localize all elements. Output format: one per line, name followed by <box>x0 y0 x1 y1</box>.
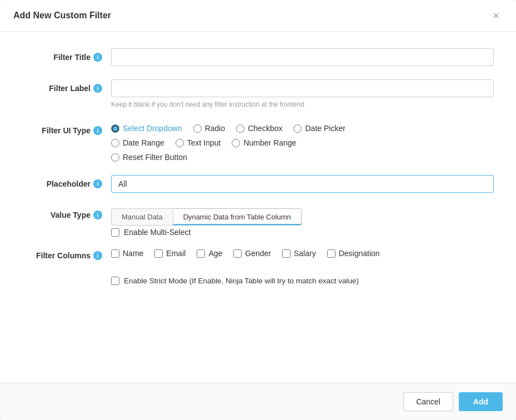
dialog-header: Add New Custom Filter × <box>0 0 516 32</box>
value-type-control: Manual Data Dynamic Data from Table Colu… <box>111 206 494 226</box>
column-salary-checkbox[interactable] <box>282 249 290 258</box>
multi-select-control: Enable Multi-Select <box>111 226 494 237</box>
filter-columns-row: Filter Columns i Name Email Age <box>22 247 494 260</box>
filter-columns-control: Name Email Age Gender <box>111 247 494 258</box>
dialog-footer: Cancel Add <box>0 383 516 420</box>
close-button[interactable]: × <box>489 9 503 22</box>
column-email[interactable]: Email <box>154 249 186 258</box>
column-gender[interactable]: Gender <box>233 249 271 258</box>
value-type-info-icon[interactable]: i <box>93 211 102 219</box>
placeholder-label: Placeholder i <box>22 175 111 188</box>
placeholder-info-icon[interactable]: i <box>93 179 102 188</box>
placeholder-input[interactable] <box>111 175 494 193</box>
radio-number-range[interactable]: Number Range <box>232 138 296 147</box>
strict-mode-option[interactable]: Enable Strict Mode (If Enable, Ninja Tab… <box>111 273 494 287</box>
column-gender-checkbox[interactable] <box>233 249 242 258</box>
radio-checkbox[interactable]: Checkbox <box>236 124 282 133</box>
radio-radio[interactable]: Radio <box>193 124 226 133</box>
radio-select-dropdown[interactable]: Select Dropdown <box>111 124 182 133</box>
filter-title-control <box>111 48 494 66</box>
filter-label-hint: Keep it blank if you don't need any filt… <box>111 101 494 108</box>
add-button[interactable]: Add <box>459 392 503 411</box>
column-designation[interactable]: Designation <box>327 249 380 258</box>
column-age-checkbox[interactable] <box>197 249 205 258</box>
value-type-btn-group: Manual Data Dynamic Data from Table Colu… <box>111 208 494 226</box>
multi-select-label: Enable Multi-Select <box>124 228 191 237</box>
radio-date-range[interactable]: Date Range <box>111 138 164 147</box>
filter-label-row: Filter Label i Keep it blank if you don'… <box>22 79 494 108</box>
cancel-button[interactable]: Cancel <box>403 392 453 411</box>
column-name[interactable]: Name <box>111 249 143 258</box>
filter-ui-type-row: Filter UI Type i Select Dropdown Radio <box>22 122 494 162</box>
value-type-manual-btn[interactable]: Manual Data <box>111 208 173 226</box>
radio-reset-filter-button[interactable]: Reset Filter Button <box>111 153 187 162</box>
column-email-checkbox[interactable] <box>154 249 163 258</box>
filter-title-row: Filter Title i <box>22 48 494 66</box>
value-type-dynamic-btn[interactable]: Dynamic Data from Table Column <box>173 208 302 226</box>
column-age[interactable]: Age <box>197 249 222 258</box>
filter-ui-type-row3: Reset Filter Button <box>111 153 494 162</box>
dialog-body: Filter Title i Filter Label i Keep it bl… <box>0 32 516 383</box>
filter-label-input[interactable] <box>111 79 494 97</box>
filter-ui-type-control: Select Dropdown Radio Checkbox Date Pick… <box>111 122 494 162</box>
filter-title-input[interactable] <box>111 48 494 66</box>
multi-select-checkbox[interactable] <box>111 228 119 237</box>
filter-ui-type-info-icon[interactable]: i <box>93 126 102 135</box>
filter-ui-type-row2: Date Range Text Input Number Range <box>111 138 494 147</box>
value-type-label: Value Type i <box>22 206 111 219</box>
filter-label-label: Filter Label i <box>22 79 111 93</box>
filter-label-control: Keep it blank if you don't need any filt… <box>111 79 494 108</box>
column-name-checkbox[interactable] <box>111 249 119 258</box>
placeholder-control <box>111 175 494 193</box>
strict-mode-control: Enable Strict Mode (If Enable, Ninja Tab… <box>111 273 494 287</box>
strict-mode-checkbox[interactable] <box>111 277 119 285</box>
filter-columns-info-icon[interactable]: i <box>93 251 102 260</box>
dialog-title: Add New Custom Filter <box>13 11 111 21</box>
strict-mode-row: Enable Strict Mode (If Enable, Ninja Tab… <box>22 273 494 287</box>
radio-date-picker[interactable]: Date Picker <box>293 124 345 133</box>
filter-ui-type-row1: Select Dropdown Radio Checkbox Date Pick… <box>111 124 494 133</box>
filter-ui-type-label: Filter UI Type i <box>22 122 111 135</box>
add-custom-filter-dialog: Add New Custom Filter × Filter Title i F… <box>0 0 516 420</box>
multi-select-option[interactable]: Enable Multi-Select <box>111 226 494 237</box>
column-designation-checkbox[interactable] <box>327 249 335 258</box>
filter-title-label: Filter Title i <box>22 48 111 62</box>
filter-label-info-icon[interactable]: i <box>93 84 102 93</box>
filter-title-info-icon[interactable]: i <box>93 53 102 62</box>
placeholder-row: Placeholder i <box>22 175 494 193</box>
column-salary[interactable]: Salary <box>282 249 316 258</box>
multi-select-row: Enable Multi-Select <box>22 226 494 237</box>
value-type-row: Value Type i Manual Data Dynamic Data fr… <box>22 206 494 226</box>
filter-columns-label: Filter Columns i <box>22 247 111 260</box>
filter-columns-wrap: Name Email Age Gender <box>111 247 494 258</box>
radio-text-input[interactable]: Text Input <box>176 138 221 147</box>
strict-mode-label: Enable Strict Mode (If Enable, Ninja Tab… <box>124 276 359 287</box>
